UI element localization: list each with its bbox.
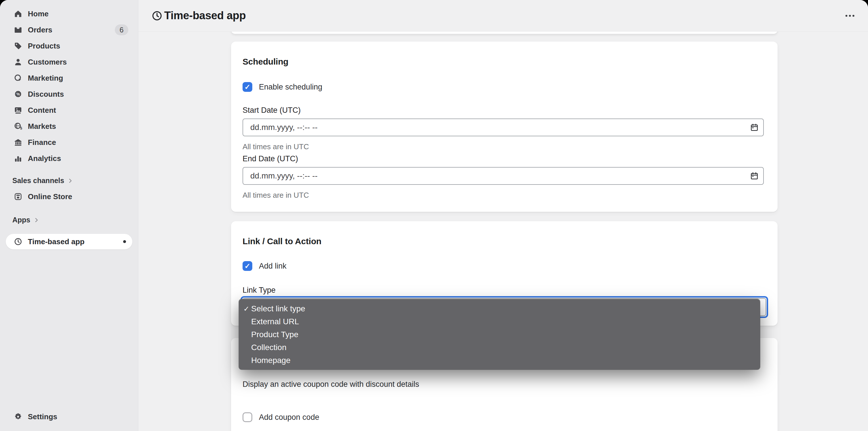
- target-cursor-icon: [14, 74, 22, 82]
- page-title: Time-based app: [164, 9, 246, 22]
- svg-text:%: %: [17, 92, 20, 96]
- sidebar-item-marketing[interactable]: Marketing: [6, 70, 132, 86]
- scheduling-heading: Scheduling: [243, 57, 766, 67]
- check-icon: ✓: [243, 304, 249, 313]
- enable-scheduling-checkbox[interactable]: ✓: [243, 82, 252, 92]
- sidebar-item-settings[interactable]: Settings: [6, 409, 132, 425]
- enable-scheduling-row: ✓ Enable scheduling: [243, 82, 766, 92]
- image-icon: [14, 106, 22, 115]
- start-date-helper: All times are in UTC: [243, 143, 766, 151]
- bank-icon: [14, 138, 22, 147]
- dropdown-option-homepage[interactable]: Homepage: [239, 354, 760, 367]
- ellipsis-icon: [844, 10, 856, 22]
- end-date-field[interactable]: [250, 171, 750, 181]
- start-date-input[interactable]: [243, 119, 764, 136]
- sidebar-item-label: Products: [28, 41, 60, 51]
- sidebar-item-finance[interactable]: Finance: [6, 134, 132, 150]
- end-date-label: End Date (UTC): [243, 155, 766, 163]
- sidebar-item-content[interactable]: Content: [6, 102, 132, 118]
- sidebar-item-products[interactable]: Products: [6, 38, 132, 54]
- more-actions-button[interactable]: [843, 9, 857, 23]
- sidebar-item-label: Time-based app: [28, 237, 84, 246]
- page-header: Time-based app: [138, 0, 868, 32]
- sidebar-item-label: Orders: [28, 26, 52, 34]
- gear-icon: [14, 412, 22, 421]
- add-link-row: ✓ Add link: [243, 261, 766, 271]
- storefront-icon: [14, 192, 22, 201]
- sidebar-item-label: Home: [28, 9, 49, 18]
- end-date-helper: All times are in UTC: [243, 191, 766, 199]
- add-link-checkbox[interactable]: ✓: [243, 261, 252, 271]
- add-coupon-label: Add coupon code: [259, 413, 319, 422]
- shopify-admin-window: Home Orders 6 Products Customers M: [0, 0, 868, 431]
- orders-icon: [14, 26, 22, 34]
- link-cta-heading: Link / Call to Action: [243, 237, 766, 246]
- calendar-icon[interactable]: [750, 172, 758, 180]
- dropdown-option-external-url[interactable]: External URL: [239, 315, 760, 328]
- add-coupon-row: Add coupon code: [243, 412, 766, 422]
- orders-count-badge: 6: [115, 24, 128, 35]
- sidebar-item-markets[interactable]: $ Markets: [6, 118, 132, 134]
- scheduling-card: Scheduling ✓ Enable scheduling Start Dat…: [231, 41, 778, 212]
- sales-channels-header[interactable]: Sales channels: [6, 175, 132, 186]
- coupon-description: Display an active coupon code with disco…: [243, 380, 766, 388]
- sidebar-item-time-based-app[interactable]: Time-based app: [6, 234, 132, 249]
- sidebar-item-label: Settings: [28, 412, 57, 421]
- sidebar-item-label: Marketing: [28, 74, 63, 83]
- sidebar-item-label: Customers: [28, 58, 67, 67]
- sidebar-item-label: Online Store: [28, 192, 72, 201]
- link-type-dropdown: ✓ Select link type External URL Product …: [239, 299, 760, 370]
- dropdown-option-select-link-type[interactable]: ✓ Select link type: [239, 302, 760, 315]
- svg-text:$: $: [20, 126, 22, 130]
- discount-seal-icon: %: [14, 90, 22, 98]
- home-icon: [14, 9, 22, 18]
- check-icon: ✓: [245, 83, 251, 91]
- enable-scheduling-label: Enable scheduling: [259, 83, 322, 92]
- sidebar-item-label: Finance: [28, 138, 56, 147]
- chevron-right-icon: [33, 217, 40, 223]
- sidebar: Home Orders 6 Products Customers M: [0, 0, 138, 431]
- start-date-field[interactable]: [250, 123, 750, 132]
- add-coupon-checkbox[interactable]: [243, 412, 252, 422]
- sidebar-item-analytics[interactable]: Analytics: [6, 150, 132, 166]
- bar-chart-icon: [14, 154, 22, 163]
- sidebar-item-online-store[interactable]: Online Store: [6, 188, 132, 205]
- sidebar-item-label: Discounts: [28, 90, 64, 99]
- sidebar-item-orders[interactable]: Orders 6: [6, 22, 132, 38]
- person-icon: [14, 58, 22, 66]
- notification-dot: [123, 240, 126, 243]
- sidebar-item-label: Content: [28, 106, 56, 115]
- link-type-label: Link Type: [243, 286, 766, 294]
- clock-icon: [14, 237, 22, 246]
- clock-icon: [152, 10, 162, 21]
- tag-icon: [14, 41, 22, 50]
- sidebar-item-discounts[interactable]: % Discounts: [6, 86, 132, 102]
- start-date-label: Start Date (UTC): [243, 106, 766, 114]
- sidebar-item-customers[interactable]: Customers: [6, 54, 132, 70]
- sidebar-item-label: Markets: [28, 122, 56, 131]
- check-icon: ✓: [245, 262, 251, 270]
- apps-header[interactable]: Apps: [6, 214, 132, 225]
- sidebar-item-home[interactable]: Home: [6, 6, 132, 22]
- chevron-right-icon: [67, 178, 73, 184]
- end-date-input[interactable]: [243, 167, 764, 185]
- add-link-label: Add link: [259, 262, 286, 271]
- dropdown-option-product-type[interactable]: Product Type: [239, 328, 760, 341]
- sidebar-item-label: Analytics: [28, 154, 61, 163]
- globe-dollar-icon: $: [14, 122, 22, 130]
- calendar-icon[interactable]: [750, 123, 758, 132]
- dropdown-option-collection[interactable]: Collection: [239, 341, 760, 354]
